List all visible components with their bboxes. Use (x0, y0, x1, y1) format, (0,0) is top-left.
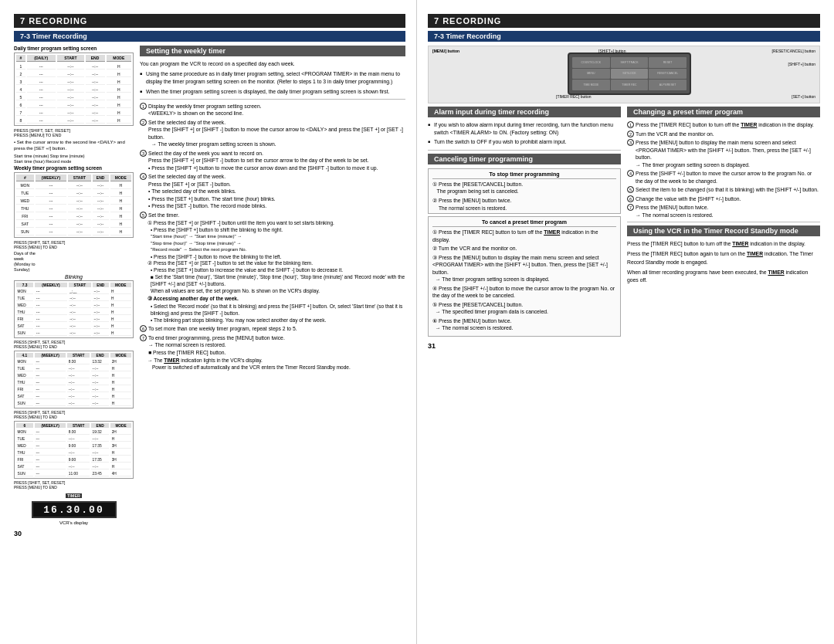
table-row: THU-----:----:--H (16, 450, 131, 456)
weekly-intro: You can program the VCR to record on a s… (140, 60, 405, 68)
stop-step-note: The normal screen is restored. (439, 205, 616, 211)
table-row: FRI---9:0017:353H (16, 457, 131, 463)
standby-text1: Press the [TIMER REC] button to turn off… (627, 240, 820, 248)
table-row: WED-----:----:--H (16, 303, 131, 308)
cancel-step-3: ③ Press the [MENU] button to display the… (432, 254, 616, 283)
col-start: START (57, 55, 84, 62)
right-page-num: 31 (428, 342, 820, 350)
table-row: MON---_:__--:--H (16, 289, 131, 294)
left-page: 7 RECORDING 7-3 Timer Recording Daily ti… (0, 0, 417, 644)
stop-step-2-text: ② Press the [MENU] button twice. (432, 197, 616, 205)
left-section-header: 7 RECORDING (14, 14, 405, 28)
right-left-col: Alarm input during timer recording If yo… (428, 107, 621, 339)
col-end: END (86, 55, 105, 62)
vcr-body: COUNT/CLOCK SHIFT/TRACK RESET MENU SET/L… (568, 53, 691, 95)
step5c: • Press the [SHIFT -] button to move the… (151, 254, 405, 259)
step-num-2: 2 (140, 119, 147, 126)
ctrl-4: MENU (572, 69, 610, 80)
blinking-label: Blinking (14, 274, 134, 280)
col-daily: (DAILY) (27, 55, 56, 62)
changing-title: Changing a preset timer program (633, 108, 743, 116)
right-subsection-header: 7-3 Timer Recording (428, 31, 820, 42)
step-3-text: Select the day of the week you want to r… (148, 150, 405, 172)
vcr-controls: COUNT/CLOCK SHIFT/TRACK RESET MENU SET/L… (572, 57, 687, 90)
changing-header: Changing a preset timer program (627, 107, 820, 117)
start-time-hour-label: Start time (hour) Record mode (14, 159, 134, 164)
step5b: • Press the [SHIFT +] button to shift th… (151, 227, 405, 232)
right-page: 7 RECORDING 7-3 Timer Recording COUNT/CL… (417, 0, 834, 644)
right-weekly-col: Setting the weekly timer You can program… (140, 46, 405, 527)
vcr-display: 16.30.00 (32, 501, 117, 518)
setting-weekly-title: Setting the weekly timer (146, 47, 225, 55)
change-step-1-text: Press the [TIMER REC] button to turn off… (636, 121, 820, 129)
table-row: MON---8:3013:322H (16, 359, 131, 364)
standby-text2: Press the [TIMER REC] button again to tu… (627, 250, 820, 266)
table-row: TUE-----:----:--H (16, 296, 131, 301)
stop-timer-title: To stop timer programming (432, 171, 616, 179)
left-section-title: 7 RECORDING (20, 16, 87, 25)
step-num-6: 6 (140, 325, 147, 332)
table-row: WED-----:----:--H (16, 373, 131, 378)
change-step-7-text: Press the [MENU] button twice.→ The norm… (636, 204, 820, 219)
ctrl-3: RESET (649, 57, 687, 68)
step-3: 3 Select the day of the week you want to… (140, 150, 405, 172)
vcr-diagram: COUNT/CLOCK SHIFT/TRACK RESET MENU SET/L… (428, 46, 820, 103)
cancel-preset-box: To cancel a preset timer program ① Press… (428, 216, 621, 337)
table-row: 2-----:----:--H (16, 71, 131, 77)
change-step-2-text: Turn the VCR and the monitor on. (636, 130, 820, 138)
step-num-1: 1 (140, 103, 147, 110)
days-label-row: Days of the week (Monday to Sunday) (14, 251, 134, 273)
alarm-bullet1: If you wish to allow alarm input during … (428, 121, 621, 137)
step-5: 5 Set the timer. (140, 212, 405, 219)
table-row: 3-----:----:--H (16, 79, 131, 85)
ctrl-9: ALPS/RESET (649, 80, 687, 90)
change-step-7: 7 Press the [MENU] button twice.→ The no… (627, 204, 820, 219)
stop-step-2: ② Press the [MENU] button twice. (432, 197, 616, 205)
change-step-6: 6 Change the value with the [SHIFT +/-] … (627, 195, 820, 203)
weekly-label: Weekly timer program setting screen (14, 165, 134, 171)
change-step-5-text: Select the item to be changed (so that i… (636, 186, 820, 194)
col-num: # (16, 55, 25, 62)
table-row: TUE-----:----:--H (16, 191, 131, 197)
daily-program-table: # (DAILY) START END MODE 1-----:----:--H… (14, 53, 134, 126)
cancel-step-2-text: ② Turn the VCR and the monitor on. (432, 245, 616, 253)
final-arrow2: Power is switched off automatically and … (152, 364, 405, 371)
daily-label: Daily timer program setting screen (14, 46, 134, 51)
stop-step-1-text: ① Press the [RESET/CANCEL] button. The p… (432, 181, 616, 195)
step-1-text: Display the weekly timer program setting… (148, 103, 405, 117)
table-row: TUE-----:----:--H (16, 366, 131, 371)
step-6-text: To set more than one weekly timer progra… (148, 325, 405, 333)
step-6: 6 To set more than one weekly timer prog… (140, 325, 405, 333)
left-subsection-header: 7-3 Timer Recording (14, 31, 405, 42)
step5f: ■ Set the 'Start time (hour)', 'Start ti… (151, 273, 405, 294)
set-button-label: [SET+] button (792, 94, 815, 99)
table-73: 7.3(WEEKLY)STARTENDMODE MON---_:__--:--H… (14, 280, 134, 338)
cancel-step-4-text: ④ Press the [SHIFT +/-] button to move t… (432, 285, 616, 300)
left-page-num: 30 (14, 530, 405, 537)
timer-badge-area: TIMER (14, 492, 134, 499)
step-2-text: Set the selected day of the week.Press t… (148, 119, 405, 148)
table-row: FRI-----:----:--H (16, 214, 131, 220)
change-step-3: 3 Press the [MENU] button to display the… (627, 139, 820, 168)
cancel-step-3-text: ③ Press the [MENU] button to display the… (432, 254, 616, 283)
cancel-title: Canceling timer programming (434, 155, 533, 163)
change-step-5: 5 Select the item to be changed (so that… (627, 186, 820, 194)
stop-timer-box: To stop timer programming ① Press the [R… (428, 168, 621, 215)
cancel-preset-title: To cancel a preset timer program (432, 219, 616, 227)
alarm-header: Alarm input during timer recording (428, 107, 621, 117)
ctrl-6: RESET/CANCEL (649, 69, 687, 80)
step-7-text: To end timer programming, press the [MEN… (148, 334, 405, 357)
table-6: 6(WEEKLY)STARTENDMODE MON---8:3019:322H … (14, 421, 134, 479)
right-right-col: Changing a preset timer program 1 Press … (627, 107, 820, 339)
step5g: ③ Accessing another day of the week. (147, 296, 405, 302)
step5d: ② Press the [SET +] or [SET -] button to… (147, 260, 405, 266)
timer-rec-label: [TIMER REC] button (556, 94, 592, 99)
table-row: 8-----:----:--H (16, 117, 131, 124)
ctrl-1: COUNT/CLOCK (572, 57, 610, 68)
change-num-3: 3 (627, 139, 634, 146)
right-subsection-title: 7-3 Timer Recording (434, 32, 501, 40)
cancel-step-1-text: ① Press the [TIMER REC] button to turn o… (432, 229, 616, 243)
table-row: THU-----:----:--H (16, 380, 131, 385)
step-num-5: 5 (140, 212, 147, 219)
weekly-bullet1: Using the same procedure as in daily tim… (140, 70, 405, 86)
